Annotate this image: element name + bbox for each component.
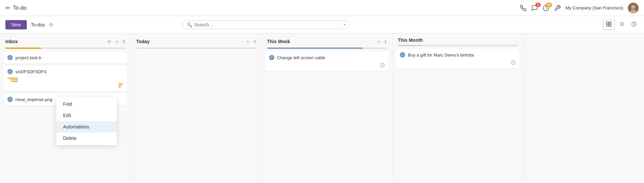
this-month-column: This Month Buy a gift for Marc Demo's bi… [392, 33, 523, 183]
this-week-progress-bar [267, 48, 387, 49]
tag-line-2 [10, 79, 18, 80]
card-check-5[interactable] [400, 52, 405, 58]
timer-badge: 40 [546, 3, 552, 7]
svg-rect-12 [118, 83, 123, 84]
phone-icon-btn[interactable] [520, 5, 527, 11]
search-input[interactable] [194, 22, 342, 27]
this-week-count: 1 [384, 39, 387, 44]
task-card-4[interactable]: Change left screen cable [265, 52, 389, 71]
today-add-button[interactable]: ＋ [245, 37, 251, 45]
todos-settings-button[interactable]: ⚙ [49, 22, 53, 27]
svg-point-2 [631, 5, 635, 9]
context-menu-automations[interactable]: Automations [56, 121, 117, 132]
card-title-2: sADFSDFSDFS [7, 69, 123, 74]
card-footer-4 [269, 63, 385, 68]
inbox-count: 5 [123, 39, 125, 44]
card-tags-2 [7, 76, 123, 82]
this-week-progress-fill [267, 48, 363, 49]
task-card-1[interactable]: project.task.b [3, 52, 127, 64]
card-footer-2 [7, 83, 123, 88]
today-header: Today ＋ 0 [131, 33, 261, 48]
svg-rect-6 [606, 24, 608, 26]
user-avatar[interactable] [628, 3, 639, 13]
this-week-column: This Week ＋ 1 Change left screen cable [262, 33, 392, 183]
this-week-title: This Week [267, 39, 373, 44]
top-nav-right: 2 40 My Company (San Francisco) [520, 3, 639, 13]
card-tag-lines-2 [7, 78, 18, 82]
inbox-add-button[interactable]: ＋ [114, 37, 120, 45]
search-dropdown-arrow[interactable]: ▾ [343, 22, 345, 27]
company-name[interactable]: My Company (San Francisco) [566, 5, 623, 10]
card-check-1[interactable] [7, 55, 13, 60]
toolbar-right [603, 19, 639, 30]
svg-rect-13 [118, 85, 122, 86]
card-check-4[interactable] [269, 55, 274, 60]
this-month-progress-bar [398, 45, 518, 46]
this-month-title: This Month [398, 37, 518, 43]
kanban-view-button[interactable] [603, 19, 614, 30]
inbox-column: Inbox ⚙ ＋ 5 project.task.b sADFSDFSDFS [0, 33, 131, 183]
inbox-progress-bar [5, 48, 125, 49]
messages-icon-btn[interactable]: 2 [531, 5, 538, 11]
inbox-title: Inbox [5, 39, 105, 44]
today-title: Today [136, 39, 242, 44]
card-check-2[interactable] [7, 69, 13, 74]
inbox-settings-button[interactable]: ⚙ [107, 39, 111, 44]
today-count: 0 [254, 39, 256, 44]
this-month-progress-fill [398, 45, 422, 46]
context-menu-edit[interactable]: Edit [56, 110, 117, 121]
timer-icon-btn[interactable]: 40 [543, 5, 549, 11]
clock-icon-4 [380, 63, 385, 68]
messages-badge: 2 [535, 3, 541, 7]
new-button[interactable]: New [5, 20, 27, 29]
list-view-button[interactable] [617, 20, 627, 29]
inbox-header: Inbox ⚙ ＋ 5 [0, 33, 130, 48]
clock-view-button[interactable] [629, 20, 639, 29]
task-card-2[interactable]: sADFSDFSDFS [3, 66, 127, 91]
this-week-header: This Week ＋ 1 [262, 33, 392, 48]
clock-icon-5 [511, 60, 516, 65]
svg-rect-14 [118, 87, 121, 88]
inbox-progress-fill [5, 48, 41, 49]
card-lines-icon [118, 83, 123, 88]
svg-rect-7 [609, 24, 611, 26]
context-menu: Fold Edit Automations Delete [56, 97, 117, 145]
tag-line-1 [7, 78, 18, 79]
app-brand: ✏ To-do [5, 4, 26, 12]
kanban-board: Inbox ⚙ ＋ 5 project.task.b sADFSDFSDFS [0, 33, 644, 183]
search-bar: 🔍 ▾ [182, 20, 350, 29]
app-icon: ✏ [5, 4, 10, 12]
search-icon: 🔍 [186, 22, 192, 27]
task-card-5[interactable]: Buy a gift for Marc Demo's birthda [396, 49, 520, 68]
card-check-3[interactable] [7, 97, 13, 102]
app-title: To-do [13, 5, 26, 11]
card-title-1: project.task.b [7, 55, 123, 60]
svg-rect-5 [609, 22, 611, 24]
tag-line-3 [11, 81, 18, 82]
wrench-icon-btn[interactable] [554, 5, 561, 11]
context-menu-fold[interactable]: Fold [56, 98, 117, 110]
card-footer-5 [400, 60, 516, 65]
today-progress-bar [136, 48, 256, 49]
top-nav: ✏ To-do 2 40 My Company (San Francisco) [0, 0, 644, 16]
today-column: Today ＋ 0 [131, 33, 262, 183]
context-menu-delete[interactable]: Delete [56, 132, 117, 144]
card-title-4: Change left screen cable [269, 55, 385, 60]
card-title-5: Buy a gift for Marc Demo's birthda [400, 52, 516, 58]
this-week-add-button[interactable]: ＋ [376, 37, 382, 45]
svg-rect-4 [606, 22, 608, 24]
this-month-header: This Month [392, 33, 523, 45]
todos-label: To-dos [31, 22, 45, 27]
toolbar: New To-dos ⚙ 🔍 ▾ [0, 16, 644, 33]
